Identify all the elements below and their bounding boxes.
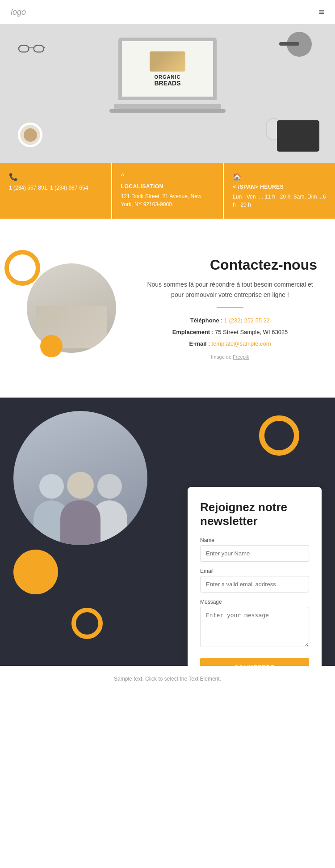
svg-rect-1: [34, 45, 44, 52]
logo: logo: [11, 8, 26, 17]
email-input[interactable]: [200, 576, 309, 593]
team-photo-inner: [13, 411, 147, 545]
contact-email: E-mail : template@sample.com: [143, 338, 317, 350]
name-label: Name: [200, 537, 309, 543]
hero-section: ORGANIC BREADS: [0, 24, 335, 163]
drawing-tablet: [277, 120, 319, 152]
contact-image-area: [18, 246, 125, 371]
email-form-group: Email: [200, 568, 309, 593]
contact-location: Emplacement : 75 Street Sample, WI 63025: [143, 326, 317, 338]
dark-newsletter-section: Rejoignez notre newsletter Name Email Me…: [0, 398, 335, 666]
laptop-base: [114, 104, 221, 109]
phone-icon: 📞: [9, 173, 102, 181]
email-link[interactable]: template@sample.com: [211, 340, 271, 347]
contact-details: Téléphone : 1 (232) 252 55 22 Emplacemen…: [143, 315, 317, 350]
location-title: LOCALISATION: [121, 183, 214, 190]
contact-photo-circle: [27, 263, 116, 353]
info-card-location: ^ LOCALISATION 121 Rock Street, 21 Avenu…: [112, 163, 224, 219]
laptop-text-breads: BREADS: [154, 80, 180, 87]
navbar: logo ≡: [0, 0, 335, 24]
team-photo-circle: [13, 411, 147, 545]
newsletter-card: Rejoignez notre newsletter Name Email Me…: [188, 487, 322, 666]
hours-text: Lun - Ven .... 11 h - 20 h, Sam, Dim ...…: [233, 193, 326, 209]
bread-image: [150, 51, 185, 72]
email-label: Email: [200, 568, 309, 574]
laptop-text-organic: ORGANIC: [154, 74, 180, 80]
pan-icon: [279, 31, 313, 64]
menu-icon[interactable]: ≡: [318, 6, 324, 18]
footer: Sample text. Click to select the Text El…: [0, 666, 335, 690]
dark-orange-ring-1: [259, 415, 299, 456]
hours-title: < /SPAN> HEURES: [233, 184, 326, 190]
contact-section: Contactez-nous Nous sommes là pour répon…: [0, 219, 335, 398]
phone-label: Téléphone: [190, 317, 219, 324]
location-value: 75 Street Sample, WI 63025: [215, 329, 288, 335]
laptop-foot: [109, 109, 226, 113]
email-label: E-mail: [189, 340, 207, 347]
laptop-screen: ORGANIC BREADS: [118, 38, 217, 100]
contact-title: Contactez-nous: [143, 257, 317, 273]
submit-button[interactable]: SOUMETTRE: [200, 658, 309, 666]
location-label: Emplacement: [172, 329, 210, 335]
hours-icon: 🏠: [233, 173, 326, 181]
info-card-hours: 🏠 < /SPAN> HEURES Lun - Ven .... 11 h - …: [224, 163, 335, 219]
coffee-cup: [18, 123, 42, 147]
footer-text: Sample text. Click to select the Text El…: [114, 676, 221, 682]
location-icon: ^: [121, 173, 214, 181]
dark-orange-dot: [13, 550, 58, 594]
freepik-link[interactable]: Freepik: [233, 354, 249, 360]
contact-photo-inner: [27, 263, 116, 353]
glasses-icon: [18, 42, 45, 55]
contact-phone: Téléphone : 1 (232) 252 55 22: [143, 315, 317, 326]
message-form-group: Message: [200, 599, 309, 649]
svg-rect-6: [279, 42, 299, 46]
phone-text: 1 (234) 567-891, 1 (234) 987-654: [9, 184, 102, 192]
freepik-attribution: Image de Freepik: [143, 354, 317, 360]
orange-dot-small: [40, 335, 63, 357]
message-label: Message: [200, 599, 309, 605]
dark-orange-ring-2: [71, 608, 103, 639]
info-card-phone: 📞 1 (234) 567-891, 1 (234) 987-654: [0, 163, 112, 219]
contact-divider: [217, 307, 243, 308]
phone-link[interactable]: 1 (232) 252 55 22: [224, 317, 270, 324]
laptop: ORGANIC BREADS: [105, 38, 230, 127]
message-textarea[interactable]: [200, 607, 309, 647]
contact-info-area: Contactez-nous Nous sommes là pour répon…: [143, 257, 317, 360]
name-form-group: Name: [200, 537, 309, 562]
name-input[interactable]: [200, 545, 309, 562]
contact-description: Nous sommes là pour répondre à tout beso…: [143, 279, 317, 300]
info-cards-row: 📞 1 (234) 567-891, 1 (234) 987-654 ^ LOC…: [0, 163, 335, 219]
svg-rect-0: [19, 45, 29, 52]
location-text: 121 Rock Street, 21 Avenue, New York, NY…: [121, 192, 214, 208]
newsletter-title: Rejoignez notre newsletter: [200, 500, 309, 528]
orange-ring-large: [4, 250, 40, 286]
